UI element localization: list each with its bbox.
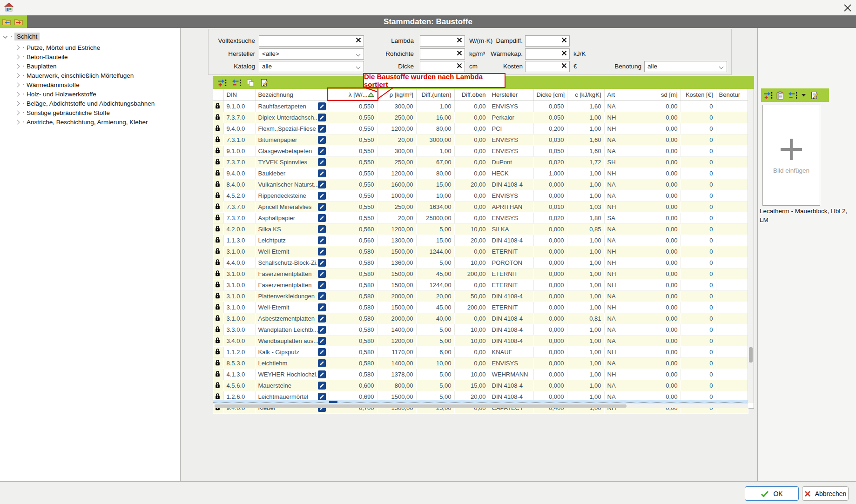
edit-icon[interactable] xyxy=(318,125,326,133)
edit-icon[interactable] xyxy=(318,337,326,345)
col-diff-oben[interactable]: Diff.oben xyxy=(454,89,489,101)
ok-button[interactable]: OK xyxy=(745,486,799,501)
clear-dampfdiff-icon[interactable] xyxy=(561,37,567,45)
edit-icon[interactable] xyxy=(318,348,326,356)
table-row[interactable]: 8.4.0.0 Vulkanischer Naturst... 0,550 16… xyxy=(213,179,748,190)
tree-node[interactable]: Wärmedämmstoffe xyxy=(0,80,180,89)
tree-node[interactable]: Bauplatten xyxy=(0,61,180,71)
edit-icon[interactable] xyxy=(318,326,326,334)
clear-waermekap-icon[interactable] xyxy=(561,50,567,58)
table-row[interactable]: 3.1.0.0 Faserzementplatten 0,580 1500,00… xyxy=(213,280,748,291)
tree-node[interactable]: Beton-Bauteile xyxy=(0,52,180,61)
table-row[interactable]: 7.3.7.0 Apricell Mineralvlies 0,550 250,… xyxy=(213,202,748,213)
edit-icon[interactable] xyxy=(318,169,326,177)
dampfdiff-input[interactable] xyxy=(525,35,570,47)
edit-icon[interactable] xyxy=(318,370,326,378)
remove-row-icon[interactable] xyxy=(232,79,241,87)
vertical-scrollbar-thumb[interactable] xyxy=(749,347,753,363)
col-rho[interactable]: ρ [kg/m³] xyxy=(377,89,416,101)
tree-node[interactable]: Holz- und Holzwerkstoffe xyxy=(0,89,180,99)
table-row[interactable]: 7.3.7.0 Diplex Unterdachsch... 0,550 250… xyxy=(213,112,748,123)
edit-icon[interactable] xyxy=(318,225,326,233)
paste-image-icon[interactable] xyxy=(776,91,784,100)
horizontal-scrollbar-thumb[interactable] xyxy=(215,404,627,408)
table-row[interactable]: 3.3.0.0 Wandplatten Leichtb... 0,580 140… xyxy=(213,324,748,336)
add-image-icon[interactable] xyxy=(763,91,773,100)
table-row[interactable]: 4.4.0.0 Schallschutz-Block-Zi... 0,580 1… xyxy=(213,257,748,269)
table-row[interactable]: 3.4.0.0 Wandbauplatten aus... 0,580 1200… xyxy=(213,336,748,347)
edit-icon[interactable] xyxy=(318,281,326,289)
table-row[interactable]: 4.5.6.0 Mauersteine 0,600 800,00 5,00 15… xyxy=(213,380,748,391)
tree-node[interactable]: Mauerwerk, einschließlich Mörtelfugen xyxy=(0,71,180,80)
table-row[interactable]: 3.1.0.0 Plattenverkleidungen 0,580 2000,… xyxy=(213,291,748,302)
col-hersteller[interactable]: Hersteller xyxy=(489,89,533,101)
col-diff-unten[interactable]: Diff.(unten) xyxy=(416,89,454,101)
image-placeholder[interactable]: Bild einfügen xyxy=(762,105,820,206)
tree-node[interactable]: Sonstige gebräuchliche Stoffe xyxy=(0,108,180,117)
waermekap-input[interactable] xyxy=(525,48,570,60)
remove-image-icon[interactable] xyxy=(788,91,797,100)
col-benotung[interactable]: Benotur xyxy=(716,89,748,101)
cancel-button[interactable]: Abbrechen xyxy=(802,486,849,501)
tree-node[interactable]: Putze, Mörtel und Estriche xyxy=(0,43,180,52)
selected-row-partial[interactable] xyxy=(213,400,748,403)
edit-icon[interactable] xyxy=(318,114,326,121)
edit-icon[interactable] xyxy=(318,248,326,255)
caret-down-icon[interactable] xyxy=(801,94,806,97)
edit-icon[interactable] xyxy=(318,236,326,244)
edit-image-icon[interactable] xyxy=(810,91,819,100)
table-row[interactable]: 3.1.0.0 Well-Eternit 0,580 1500,00 45,00… xyxy=(213,302,748,313)
table-row[interactable]: 1.1.2.0 Kalk - Gipsputz 0,580 1170,00 6,… xyxy=(213,347,748,358)
table-row[interactable]: 9.4.0.0 Flexm.,Spezial-Fliese 0,550 1200… xyxy=(213,123,748,134)
export-file-icon[interactable] xyxy=(14,18,23,26)
table-row[interactable]: 3.1.0.0 Faserzementplatten 0,580 1500,00… xyxy=(213,269,748,280)
col-lambda[interactable]: λ [W/... xyxy=(329,89,377,101)
edit-icon[interactable] xyxy=(318,192,326,200)
col-dicke[interactable]: Dicke [cm] xyxy=(533,89,567,101)
col-kosten[interactable]: Kosten [€] xyxy=(681,89,716,101)
tree-node[interactable]: Beläge, Abdichtstoffe und Abdichtungsbah… xyxy=(0,99,180,108)
close-icon[interactable] xyxy=(843,4,852,12)
chevron-down-icon[interactable] xyxy=(3,34,8,38)
edit-icon[interactable] xyxy=(318,292,326,300)
table-row[interactable]: 4.5.2.0 Rippendecksteine 0,550 1000,00 1… xyxy=(213,190,748,202)
edit-icon[interactable] xyxy=(318,136,326,144)
col-sd[interactable]: sd [m] xyxy=(651,89,681,101)
vertical-scrollbar[interactable] xyxy=(748,89,754,403)
edit-icon[interactable] xyxy=(318,359,326,367)
add-row-icon[interactable] xyxy=(217,79,227,87)
edit-icon[interactable] xyxy=(318,158,326,166)
tree-node-schicht[interactable]: Schicht xyxy=(4,32,40,41)
edit-table-icon[interactable] xyxy=(260,79,269,87)
edit-icon[interactable] xyxy=(318,303,326,311)
table-row[interactable]: 7.3.7.0 TYVEK Spinnvlies 0,550 250,00 67… xyxy=(213,157,748,168)
col-art[interactable]: Art xyxy=(604,89,651,101)
table-row[interactable]: 9.4.0.0 Baukleber 0,550 1200,00 80,00 0,… xyxy=(213,168,748,179)
edit-icon[interactable] xyxy=(318,382,326,390)
edit-icon[interactable] xyxy=(318,259,326,267)
table-row[interactable]: 4.2.0.0 Silka KS 0,560 1200,00 5,00 10,0… xyxy=(213,224,748,235)
col-c[interactable]: c [kJ/kgK] xyxy=(567,89,604,101)
edit-icon[interactable] xyxy=(318,214,326,222)
edit-icon[interactable] xyxy=(318,102,326,110)
table-row[interactable]: 9.1.0.0 Rauhfasertapeten 0,550 300,00 1,… xyxy=(213,101,748,112)
edit-icon[interactable] xyxy=(318,270,326,278)
table-row[interactable]: 7.3.7.0 Asphaltpapier 0,550 20,00 25000,… xyxy=(213,213,748,224)
copy-row-icon[interactable] xyxy=(246,79,255,87)
table-row[interactable]: 9.1.0.0 Glasgewebetapeten 0,550 300,00 1… xyxy=(213,146,748,157)
table-row[interactable]: 7.3.1.0 Bitumenpapier 0,550 20,00 3000,0… xyxy=(213,134,748,146)
benotung-select[interactable]: alle xyxy=(644,61,727,72)
table-row[interactable]: 3.1.0.0 Well-Eternit 0,580 1500,00 1244,… xyxy=(213,246,748,257)
tree-node[interactable]: Anstriche, Beschichtung, Armierung, Kleb… xyxy=(0,117,180,127)
edit-icon[interactable] xyxy=(318,181,326,188)
open-file-icon[interactable] xyxy=(2,18,11,26)
table-row[interactable]: 8.5.3.0 Leichtlehm 0,580 1400,00 10,00 0… xyxy=(213,358,748,369)
kosten-input[interactable] xyxy=(525,61,570,72)
table-row[interactable]: 1.1.3.0 Leichtputz 0,560 1300,00 15,00 2… xyxy=(213,235,748,246)
clear-kosten-icon[interactable] xyxy=(561,63,567,70)
edit-icon[interactable] xyxy=(318,147,326,155)
table-row[interactable]: 3.1.0.0 Asbestzementplatten 0,580 2000,0… xyxy=(213,313,748,324)
edit-icon[interactable] xyxy=(318,315,326,323)
col-din[interactable]: DIN xyxy=(223,89,255,101)
table-row[interactable]: 4.1.3.0 WEYHER Hochlochzi... 0,580 1378,… xyxy=(213,369,748,380)
